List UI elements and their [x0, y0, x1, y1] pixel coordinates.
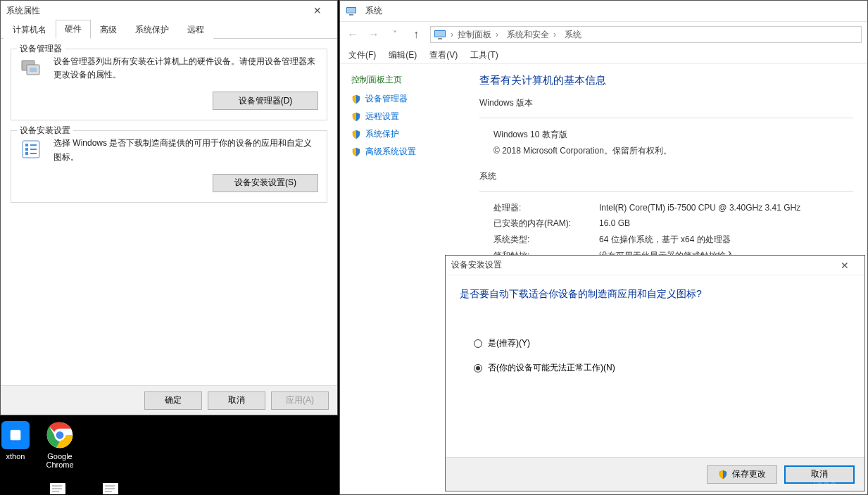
svg-rect-0 — [11, 430, 21, 441]
device-manager-icon — [20, 56, 42, 79]
forward-button[interactable]: → — [367, 28, 381, 41]
svg-rect-23 — [347, 8, 356, 13]
divider — [479, 118, 853, 118]
side-link-remote[interactable]: 远程设置 — [351, 111, 479, 123]
window-title: 系统属性 — [6, 5, 40, 17]
up-button[interactable]: ↑ — [409, 28, 423, 41]
kv-val: 64 位操作系统，基于 x64 的处理器 — [599, 232, 731, 248]
titlebar: 系统属性 ✕ — [1, 1, 337, 20]
link-label: 远程设置 — [365, 111, 399, 123]
desktop-icon-label: xthon — [0, 452, 37, 460]
winver-copyright: © 2018 Microsoft Corporation。保留所有权利。 — [493, 143, 853, 159]
back-button[interactable]: ← — [346, 28, 360, 41]
menu-file[interactable]: 文件(F) — [348, 49, 376, 61]
radio-icon — [474, 364, 482, 372]
install-settings-icon — [20, 138, 42, 161]
tab-strip: 计算机名 硬件 高级 系统保护 远程 — [1, 20, 337, 39]
menu-edit[interactable]: 编辑(E) — [389, 49, 417, 61]
nav-bar: ← → ˅ ↑ › 控制面板 系统和安全 系统 — [340, 22, 867, 47]
shield-icon — [718, 470, 728, 480]
tab-remote[interactable]: 远程 — [178, 20, 213, 39]
option-label: 是(推荐)(Y) — [488, 337, 530, 349]
chrome-icon — [46, 421, 74, 449]
desktop-icon-label: Google Chrome — [39, 452, 81, 469]
titlebar: 系统 — [340, 1, 867, 22]
device-install-settings-button[interactable]: 设备安装设置(S) — [213, 174, 318, 192]
group-legend: 设备管理器 — [17, 43, 65, 55]
group-legend: 设备安装设置 — [17, 125, 73, 137]
menu-tools[interactable]: 工具(T) — [470, 49, 498, 61]
address-bar[interactable]: › 控制面板 系统和安全 系统 — [430, 26, 862, 43]
cancel-button[interactable]: 取消 — [208, 391, 265, 410]
svg-rect-14 — [30, 68, 37, 72]
device-manager-button[interactable]: 设备管理器(D) — [213, 92, 318, 110]
option-yes[interactable]: 是(推荐)(Y) — [474, 337, 836, 349]
svg-rect-27 — [438, 38, 442, 39]
radio-icon — [474, 339, 482, 348]
shield-icon — [351, 94, 361, 104]
menu-bar: 文件(F) 编辑(E) 查看(V) 工具(T) — [340, 47, 867, 64]
tab-advanced[interactable]: 高级 — [91, 20, 126, 39]
crumb[interactable]: 系统和安全 — [507, 29, 560, 41]
device-install-dialog: 设备安装设置 ✕ 是否要自动下载适合你设备的制造商应用和自定义图标? 是(推荐)… — [445, 255, 865, 491]
monitor-icon — [434, 30, 446, 39]
tab-hardware[interactable]: 硬件 — [56, 20, 91, 39]
radio-group: 是(推荐)(Y) 否(你的设备可能无法正常工作)(N) — [446, 308, 864, 403]
device-install-group: 设备安装设置 选择 Windows 是否下载制造商提供的可用于你的设备的应用和自… — [11, 130, 327, 202]
watermark: ni329.com — [805, 481, 864, 494]
crumb[interactable]: 系统 — [565, 29, 590, 41]
kv-key: 处理器: — [493, 200, 599, 216]
section-system: 系统 — [479, 170, 853, 182]
link-label: 设备管理器 — [365, 93, 408, 105]
option-no[interactable]: 否(你的设备可能无法正常工作)(N) — [474, 362, 836, 374]
kv-val: Intel(R) Core(TM) i5-7500 CPU @ 3.40GHz … — [599, 200, 800, 216]
side-link-device-manager[interactable]: 设备管理器 — [351, 93, 479, 105]
dialog-buttons: 保存更改 取消 — [446, 457, 864, 491]
close-icon[interactable]: ✕ — [831, 260, 859, 271]
side-head[interactable]: 控制面板主页 — [351, 74, 479, 86]
side-link-protection[interactable]: 系统保护 — [351, 128, 479, 140]
sys-row: 系统类型:64 位操作系统，基于 x64 的处理器 — [493, 232, 853, 248]
divider — [479, 191, 853, 192]
sys-row: 处理器:Intel(R) Core(TM) i5-7500 CPU @ 3.40… — [493, 200, 853, 216]
save-button[interactable]: 保存更改 — [707, 465, 777, 484]
svg-rect-17 — [25, 148, 28, 151]
svg-rect-18 — [25, 152, 28, 155]
recent-dropdown[interactable]: ˅ — [388, 30, 402, 39]
desktop-icon-chrome[interactable]: Google Chrome — [39, 421, 81, 469]
shield-icon — [351, 130, 361, 139]
window-title: 设备安装设置 — [451, 259, 502, 271]
tab-computer-name[interactable]: 计算机名 — [4, 20, 56, 39]
svg-rect-26 — [435, 31, 445, 37]
button-label: 保存更改 — [732, 468, 766, 480]
svg-point-3 — [55, 430, 64, 439]
kv-key: 已安装的内存(RAM): — [493, 215, 599, 232]
crumb[interactable]: 控制面板 — [458, 29, 503, 41]
svg-rect-24 — [349, 14, 353, 15]
system-icon — [346, 6, 357, 17]
section-winver: Windows 版本 — [479, 97, 853, 109]
apply-button: 应用(A) — [271, 391, 329, 410]
svg-rect-16 — [25, 144, 28, 146]
kv-val: 16.0 GB — [599, 215, 630, 232]
side-link-advanced[interactable]: 高级系统设置 — [351, 146, 479, 158]
file-icon[interactable] — [49, 482, 66, 495]
menu-view[interactable]: 查看(V) — [429, 49, 458, 61]
winver-edition: Windows 10 教育版 — [493, 127, 853, 143]
window-title: 系统 — [365, 5, 382, 17]
ok-button[interactable]: 确定 — [144, 391, 202, 410]
app-icon — [1, 421, 30, 449]
shield-icon — [351, 147, 361, 157]
link-label: 高级系统设置 — [365, 146, 416, 158]
file-icon[interactable] — [102, 482, 119, 495]
desktop-icon-app[interactable]: xthon — [0, 421, 37, 460]
option-label: 否(你的设备可能无法正常工作)(N) — [488, 362, 615, 374]
link-label: 系统保护 — [365, 128, 399, 140]
system-properties-dialog: 系统属性 ✕ 计算机名 硬件 高级 系统保护 远程 设备管理器 设备管理器列出所… — [0, 0, 338, 415]
kv-key: 系统类型: — [493, 232, 599, 248]
tab-system-protection[interactable]: 系统保护 — [126, 20, 178, 39]
shield-icon — [351, 112, 361, 122]
group-desc: 选择 Windows 是否下载制造商提供的可用于你的设备的应用和自定义图标。 — [54, 137, 318, 163]
close-icon[interactable]: ✕ — [303, 5, 332, 16]
sys-row: 已安装的内存(RAM):16.0 GB — [493, 215, 853, 232]
